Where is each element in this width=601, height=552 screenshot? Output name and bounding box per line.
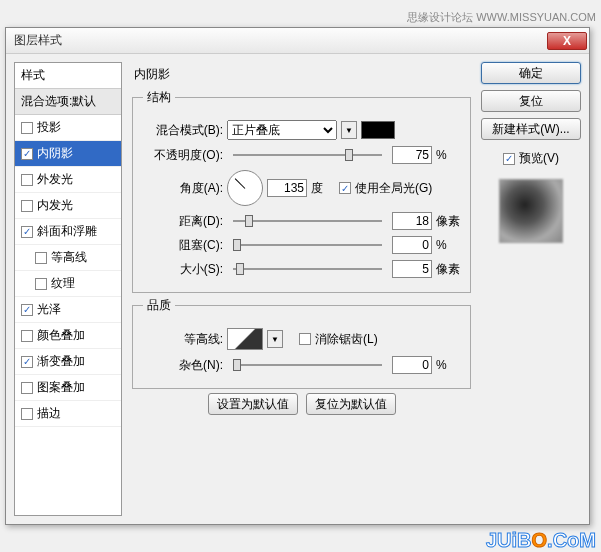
style-checkbox[interactable] [21, 226, 33, 238]
distance-slider[interactable] [233, 212, 382, 230]
styles-header[interactable]: 样式 [15, 63, 121, 89]
watermark-top: 思缘设计论坛 WWW.MISSYUAN.COM [5, 10, 596, 25]
angle-unit: 度 [311, 180, 335, 197]
style-checkbox[interactable] [35, 278, 47, 290]
contour-label: 等高线: [143, 331, 223, 348]
opacity-input[interactable] [392, 146, 432, 164]
dialog-title: 图层样式 [14, 32, 547, 49]
blend-mode-label: 混合模式(B): [143, 122, 223, 139]
global-light-checkbox[interactable] [339, 182, 351, 194]
style-item-6[interactable]: 纹理 [15, 271, 121, 297]
main-panel: 内阴影 结构 混合模式(B): 正片叠底 ▼ 不透明度(O): % [128, 62, 475, 516]
antialias-checkbox[interactable] [299, 333, 311, 345]
angle-label: 角度(A): [143, 180, 223, 197]
style-checkbox[interactable] [21, 148, 33, 160]
style-label: 投影 [37, 119, 61, 136]
style-label: 纹理 [51, 275, 75, 292]
distance-input[interactable] [392, 212, 432, 230]
opacity-slider[interactable] [233, 146, 382, 164]
titlebar: 图层样式 X [6, 28, 589, 54]
size-label: 大小(S): [143, 261, 223, 278]
style-item-9[interactable]: 渐变叠加 [15, 349, 121, 375]
preview-label: 预览(V) [519, 150, 559, 167]
style-label: 颜色叠加 [37, 327, 85, 344]
choke-slider[interactable] [233, 236, 382, 254]
structure-legend: 结构 [143, 89, 175, 106]
style-label: 渐变叠加 [37, 353, 85, 370]
style-checkbox[interactable] [35, 252, 47, 264]
preview-thumbnail [499, 179, 563, 243]
style-checkbox[interactable] [21, 408, 33, 420]
style-label: 光泽 [37, 301, 61, 318]
style-label: 图案叠加 [37, 379, 85, 396]
angle-input[interactable] [267, 179, 307, 197]
distance-label: 距离(D): [143, 213, 223, 230]
effect-title: 内阴影 [130, 64, 473, 85]
antialias-label: 消除锯齿(L) [315, 331, 378, 348]
contour-dropdown-icon[interactable]: ▼ [267, 330, 283, 348]
watermark-bottom: JUiBO.CoM [5, 529, 596, 552]
choke-input[interactable] [392, 236, 432, 254]
style-checkbox[interactable] [21, 356, 33, 368]
opacity-unit: % [436, 148, 460, 162]
style-item-8[interactable]: 颜色叠加 [15, 323, 121, 349]
reset-default-button[interactable]: 复位为默认值 [306, 393, 396, 415]
choke-label: 阻塞(C): [143, 237, 223, 254]
style-checkbox[interactable] [21, 304, 33, 316]
make-default-button[interactable]: 设置为默认值 [208, 393, 298, 415]
noise-slider[interactable] [233, 356, 382, 374]
style-item-3[interactable]: 内发光 [15, 193, 121, 219]
angle-dial[interactable] [227, 170, 263, 206]
structure-group: 结构 混合模式(B): 正片叠底 ▼ 不透明度(O): % 角度(A) [132, 89, 471, 293]
style-checkbox[interactable] [21, 330, 33, 342]
close-button[interactable]: X [547, 32, 587, 50]
size-unit: 像素 [436, 261, 460, 278]
shadow-color-swatch[interactable] [361, 121, 395, 139]
choke-unit: % [436, 238, 460, 252]
layer-style-dialog: 图层样式 X 样式 混合选项:默认 投影内阴影外发光内发光斜面和浮雕等高线纹理光… [5, 27, 590, 525]
quality-group: 品质 等高线: ▼ 消除锯齿(L) 杂色(N): % [132, 297, 471, 389]
right-panel: 确定 复位 新建样式(W)... 预览(V) [481, 62, 581, 516]
style-label: 内发光 [37, 197, 73, 214]
style-item-4[interactable]: 斜面和浮雕 [15, 219, 121, 245]
style-checkbox[interactable] [21, 122, 33, 134]
style-label: 内阴影 [37, 145, 73, 162]
opacity-label: 不透明度(O): [143, 147, 223, 164]
preview-checkbox[interactable] [503, 153, 515, 165]
style-item-11[interactable]: 描边 [15, 401, 121, 427]
style-item-7[interactable]: 光泽 [15, 297, 121, 323]
style-item-0[interactable]: 投影 [15, 115, 121, 141]
blend-mode-dropdown-icon[interactable]: ▼ [341, 121, 357, 139]
blend-mode-select[interactable]: 正片叠底 [227, 120, 337, 140]
style-label: 外发光 [37, 171, 73, 188]
noise-input[interactable] [392, 356, 432, 374]
contour-picker[interactable] [227, 328, 263, 350]
style-item-10[interactable]: 图案叠加 [15, 375, 121, 401]
style-checkbox[interactable] [21, 200, 33, 212]
quality-legend: 品质 [143, 297, 175, 314]
style-item-5[interactable]: 等高线 [15, 245, 121, 271]
style-label: 斜面和浮雕 [37, 223, 97, 240]
styles-panel: 样式 混合选项:默认 投影内阴影外发光内发光斜面和浮雕等高线纹理光泽颜色叠加渐变… [14, 62, 122, 516]
new-style-button[interactable]: 新建样式(W)... [481, 118, 581, 140]
style-item-2[interactable]: 外发光 [15, 167, 121, 193]
size-slider[interactable] [233, 260, 382, 278]
distance-unit: 像素 [436, 213, 460, 230]
ok-button[interactable]: 确定 [481, 62, 581, 84]
reset-button[interactable]: 复位 [481, 90, 581, 112]
noise-label: 杂色(N): [143, 357, 223, 374]
style-checkbox[interactable] [21, 174, 33, 186]
style-item-1[interactable]: 内阴影 [15, 141, 121, 167]
noise-unit: % [436, 358, 460, 372]
size-input[interactable] [392, 260, 432, 278]
style-label: 描边 [37, 405, 61, 422]
global-light-label: 使用全局光(G) [355, 180, 432, 197]
style-checkbox[interactable] [21, 382, 33, 394]
style-label: 等高线 [51, 249, 87, 266]
blending-options-default[interactable]: 混合选项:默认 [15, 89, 121, 115]
